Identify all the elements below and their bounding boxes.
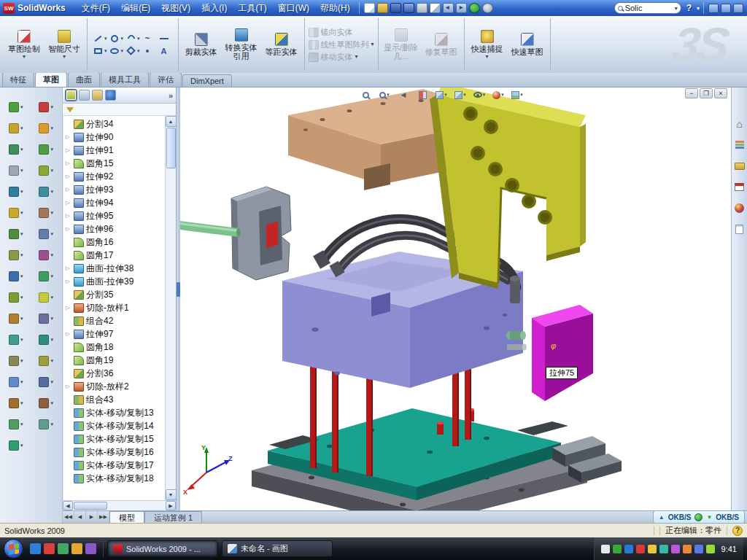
repair-sketch-button[interactable]: 修复草图 (422, 33, 460, 56)
print-icon[interactable] (417, 3, 427, 13)
menu-item[interactable]: 工具(T) (233, 1, 271, 16)
model-tab[interactable]: 运动算例 1 (144, 511, 202, 523)
chevron-down-icon[interactable]: ▾ (20, 168, 23, 174)
next-tab-icon[interactable]: ▶ (86, 511, 98, 523)
chevron-down-icon[interactable]: ▾ (50, 189, 53, 195)
model-tab[interactable]: 模型 (109, 511, 144, 523)
feature-tool-button[interactable]: ▾ (39, 102, 53, 112)
titlebar-tool-icon[interactable] (708, 4, 719, 13)
tree-item[interactable]: ▷ 组合42 (63, 314, 165, 327)
move-entities-button[interactable]: 移动实体 ▾ (309, 52, 374, 63)
menu-item[interactable]: 编辑(E) (116, 1, 155, 16)
feature-tree-tab-icon[interactable] (66, 90, 77, 101)
tray-icon[interactable] (659, 545, 668, 553)
hide-show-items-button[interactable]: ▾ (471, 88, 487, 101)
chevron-down-icon[interactable]: ▾ (20, 379, 23, 385)
feature-tool-button[interactable]: ▾ (39, 208, 53, 218)
feature-tool-button[interactable]: ▾ (9, 335, 23, 345)
scroll-up-icon[interactable]: ▲ (166, 116, 177, 127)
quick-launch-icon[interactable] (58, 543, 69, 554)
chevron-down-icon[interactable]: ▾ (20, 125, 23, 131)
feature-tool-button[interactable]: ▾ (39, 250, 53, 260)
taskbar-button-paint[interactable]: 未命名 - 画图 (222, 540, 333, 557)
chevron-down-icon[interactable]: ▾ (20, 147, 23, 152)
chevron-down-icon[interactable]: ▾ (20, 210, 23, 216)
menu-item[interactable]: 插入(I) (196, 1, 232, 16)
offset-entities-button[interactable]: 等距实体 (263, 33, 301, 56)
chevron-down-icon[interactable]: ▾ (50, 231, 53, 237)
chevron-down-icon[interactable]: ▾ (20, 104, 23, 110)
feature-tool-button[interactable]: ▾ (39, 144, 53, 155)
tray-icon[interactable] (683, 545, 692, 553)
chevron-down-icon[interactable]: ▾ (137, 36, 140, 42)
chevron-down-icon[interactable]: ▾ (697, 5, 700, 12)
feature-tool-button[interactable]: ▾ (9, 419, 23, 429)
tree-item[interactable]: ▷ 实体-移动/复制15 (63, 432, 165, 446)
chevron-down-icon[interactable]: ▾ (50, 295, 53, 300)
start-button[interactable] (4, 539, 23, 559)
tree-vertical-scrollbar[interactable]: ▲ ▼ (165, 116, 176, 500)
tree-item[interactable]: ▷ 拉伸94 (63, 196, 165, 209)
chevron-down-icon[interactable]: ▾ (20, 400, 23, 406)
chevron-down-icon[interactable]: ▾ (520, 92, 523, 98)
search-input[interactable]: Solic (625, 4, 673, 12)
chevron-down-icon[interactable]: ▾ (50, 379, 53, 385)
design-library-button[interactable] (734, 139, 746, 150)
feature-tool-button[interactable]: ▾ (9, 356, 23, 366)
command-tab[interactable]: 模具工具 (101, 72, 149, 87)
chevron-down-icon[interactable]: ▾ (387, 92, 390, 98)
titlebar-tool-icon[interactable] (733, 4, 743, 13)
mirror-entities-button[interactable]: 镜向实体 (309, 27, 374, 38)
feature-tool-button[interactable]: ▾ (9, 187, 23, 197)
smart-dimension-button[interactable]: 智能尺寸 ▾ (45, 30, 83, 59)
tree-item[interactable]: ▷ 圆角15 (63, 157, 165, 170)
tree-item[interactable]: ▷ 切除-放样1 (63, 301, 165, 314)
feature-tool-button[interactable]: ▾ (39, 271, 53, 281)
chevron-down-icon[interactable]: ▾ (20, 337, 23, 343)
close-icon[interactable]: × (714, 88, 727, 98)
rapid-sketch-button[interactable]: 快速草图 (508, 33, 546, 56)
feature-tool-button[interactable]: ▾ (39, 419, 53, 429)
quick-launch-icon[interactable] (44, 543, 55, 554)
section-view-button[interactable] (414, 88, 430, 101)
expand-arrow-icon[interactable]: ▷ (66, 187, 71, 192)
feature-tool-button[interactable]: ▾ (9, 250, 23, 260)
tree-item[interactable]: ▷ 拉伸96 (63, 222, 165, 236)
edit-appearance-button[interactable]: ▾ (490, 88, 506, 101)
previous-tab-icon[interactable]: ◀ (74, 511, 86, 523)
rectangle-tool[interactable]: ▾ (93, 45, 107, 56)
options-icon[interactable] (482, 3, 493, 13)
tree-item[interactable]: ▷ 圆角17 (63, 249, 165, 262)
menu-item[interactable]: 窗口(W) (273, 1, 314, 16)
expand-arrow-icon[interactable]: ▷ (66, 279, 71, 284)
scrollbar-thumb[interactable] (74, 502, 107, 510)
chevron-down-icon[interactable]: ▾ (23, 55, 26, 59)
tray-icon[interactable] (613, 545, 622, 553)
part-clamp-bracket[interactable] (430, 88, 586, 289)
chevron-down-icon[interactable]: ▾ (50, 168, 53, 174)
chevron-down-icon[interactable]: ▾ (50, 358, 53, 364)
chevron-down-icon[interactable]: ▾ (20, 273, 23, 279)
tree-item[interactable]: ▷ 组合43 (63, 393, 165, 406)
chevron-down-icon[interactable]: ▾ (20, 252, 23, 258)
appearances-button[interactable] (734, 203, 746, 214)
3d-model-view[interactable]: φ (180, 88, 731, 510)
scrollbar-thumb[interactable] (166, 128, 176, 168)
tray-icon[interactable] (671, 545, 680, 553)
linear-sketch-pattern-button[interactable]: 线性草图阵列 ▾ (309, 39, 374, 50)
tree-item[interactable]: ▷ 曲面-拉伸39 (63, 275, 165, 288)
feature-tool-button[interactable]: ▾ (39, 229, 53, 239)
rebuild-icon[interactable] (469, 3, 480, 13)
tree-item[interactable]: ▷ 切除-放样2 (63, 380, 165, 393)
expand-arrow-icon[interactable]: ▷ (66, 331, 71, 337)
minimize-icon[interactable]: − (685, 88, 698, 98)
scroll-right-icon[interactable]: ▶ (166, 501, 176, 510)
tree-item[interactable]: ▷ 实体-移动/复制17 (63, 459, 165, 472)
feature-tool-button[interactable]: ▾ (9, 229, 23, 239)
view-orientation-button[interactable]: ▾ (433, 88, 449, 101)
tray-icon[interactable] (601, 545, 610, 553)
chevron-down-icon[interactable]: ▾ (371, 42, 374, 47)
chevron-down-icon[interactable]: ▾ (20, 231, 23, 237)
tree-item[interactable]: ▷ 实体-移动/复制16 (63, 446, 165, 459)
feature-tool-button[interactable]: ▾ (9, 123, 23, 133)
